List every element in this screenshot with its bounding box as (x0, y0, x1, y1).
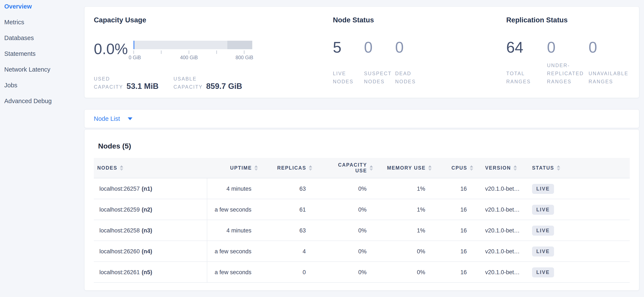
unavailable-ranges-value: 0 (588, 39, 628, 55)
uptime-cell: a few seconds (207, 269, 260, 276)
col-header-replicas-label: REPLICAS (277, 165, 306, 171)
sidebar-item-jobs[interactable]: Jobs (0, 77, 84, 93)
sort-icon (514, 165, 517, 171)
live-nodes-stat: 5 LIVE NODES (333, 39, 364, 86)
total-ranges-stat: 64 TOTAL RANGES (506, 39, 547, 86)
total-ranges-value: 64 (506, 39, 547, 55)
node-list-selector-card: Node List (84, 109, 639, 128)
col-header-memory-use[interactable]: MEMORY USE (375, 165, 433, 171)
node-address: localhost:26261 (99, 269, 140, 276)
capacity-use-cell: 0% (314, 186, 375, 192)
status-badge: LIVE (532, 247, 554, 257)
sort-icon (254, 165, 258, 171)
dead-nodes-value: 0 (395, 39, 416, 55)
version-cell: v20.1.0-bet… (475, 206, 528, 213)
sidebar-item-overview[interactable]: Overview (0, 0, 84, 14)
replicas-cell: 61 (260, 206, 314, 213)
replicas-cell: 0 (260, 269, 314, 276)
capacity-axis-ticks (134, 50, 244, 54)
capacity-gauge: 0.0% 0 GiB 400 GiB (94, 41, 333, 61)
capacity-bar-used-indicator (134, 41, 134, 49)
node-status-section: Node Status 5 LIVE NODES 0 SUSPECT NODES… (333, 6, 506, 98)
under-replicated-ranges-value: 0 (547, 39, 588, 55)
table-row[interactable]: localhost:26259(n2) a few seconds 61 0% … (94, 199, 630, 220)
col-header-capacity-use[interactable]: CAPACITY USE (314, 162, 375, 174)
col-header-replicas[interactable]: REPLICAS (260, 165, 314, 171)
table-row[interactable]: localhost:26260(n4) a few seconds 4 0% 0… (94, 241, 630, 262)
memory-use-cell: 1% (375, 206, 433, 213)
sidebar-item-metrics[interactable]: Metrics (0, 14, 84, 30)
node-id: (n5) (142, 269, 152, 276)
replicas-cell: 4 (260, 248, 314, 255)
col-header-cpus-label: CPUS (452, 165, 467, 171)
capacity-usage-title: Capacity Usage (94, 16, 333, 24)
nodes-table-header: NODES UPTIME REPLICAS CAPACITY USE MEMOR… (94, 158, 630, 178)
status-badge: LIVE (532, 205, 554, 215)
memory-use-cell: 1% (375, 186, 433, 192)
version-cell: v20.1.0-bet… (475, 186, 528, 192)
capacity-usage-section: Capacity Usage 0.0% (94, 6, 333, 98)
node-list-dropdown-label: Node List (94, 115, 120, 122)
node-address: localhost:26259 (99, 206, 140, 213)
table-row[interactable]: localhost:26261(n5) a few seconds 0 0% 0… (94, 262, 630, 283)
table-row[interactable]: localhost:26258(n3) 4 minutes 63 0% 1% 1… (94, 220, 630, 241)
replication-status-title: Replication Status (506, 16, 639, 24)
sort-icon (120, 165, 123, 171)
node-address: localhost:26257 (99, 186, 140, 192)
status-badge: LIVE (532, 226, 554, 236)
total-ranges-label: TOTAL RANGES (506, 69, 547, 86)
version-cell: v20.1.0-bet… (475, 227, 528, 234)
used-capacity-stat: USED CAPACITY 53.1 MiB (94, 75, 158, 91)
col-header-version[interactable]: VERSION (475, 165, 528, 171)
sidebar-item-network-latency[interactable]: Network Latency (0, 61, 84, 77)
node-status-stats: 5 LIVE NODES 0 SUSPECT NODES 0 DEAD NODE… (333, 39, 506, 86)
under-replicated-ranges-stat: 0 UNDER- REPLICATED RANGES (547, 39, 588, 86)
sidebar: Overview Metrics Databases Statements Ne… (0, 0, 84, 109)
version-cell: v20.1.0-bet… (475, 269, 528, 276)
col-header-uptime[interactable]: UPTIME (207, 165, 260, 171)
chevron-down-icon (128, 117, 132, 120)
suspect-nodes-value: 0 (364, 39, 395, 55)
sidebar-item-statements[interactable]: Statements (0, 46, 84, 61)
sidebar-item-databases[interactable]: Databases (0, 30, 84, 46)
node-id: (n2) (142, 206, 152, 213)
dead-nodes-label: DEAD NODES (395, 69, 416, 86)
sort-icon (470, 165, 473, 171)
table-row[interactable]: localhost:26257(n1) 4 minutes 63 0% 1% 1… (94, 178, 630, 199)
live-nodes-value: 5 (333, 39, 364, 55)
node-id: (n1) (142, 186, 152, 192)
uptime-cell: 4 minutes (207, 186, 260, 192)
col-header-capacity-use-label: CAPACITY USE (338, 162, 367, 174)
col-header-status[interactable]: STATUS (528, 165, 630, 171)
memory-use-cell: 1% (375, 227, 433, 234)
node-status-title: Node Status (333, 16, 506, 24)
nodes-table-card: Nodes (5) NODES UPTIME REPLICAS CAPACITY… (84, 129, 639, 291)
replication-stats: 64 TOTAL RANGES 0 UNDER- REPLICATED RANG… (506, 39, 639, 86)
sort-icon (428, 165, 432, 171)
memory-use-cell: 0% (375, 269, 433, 276)
col-header-memory-use-label: MEMORY USE (387, 165, 426, 171)
node-address: localhost:26258 (99, 227, 140, 234)
axis-label-0: 0 GiB (128, 55, 141, 60)
main-content: Capacity Usage 0.0% (84, 0, 639, 291)
replicas-cell: 63 (260, 227, 314, 234)
col-header-status-label: STATUS (532, 165, 554, 171)
unavailable-ranges-label: UNAVAILABLE RANGES (588, 69, 628, 86)
cpus-cell: 16 (433, 269, 475, 276)
axis-label-400: 400 GiB (180, 55, 198, 60)
version-cell: v20.1.0-bet… (475, 248, 528, 255)
replication-status-section: Replication Status 64 TOTAL RANGES 0 UND… (506, 6, 639, 98)
sort-icon (309, 165, 312, 171)
capacity-used-percent: 0.0% (94, 41, 134, 57)
axis-label-800: 800 GiB (236, 55, 253, 60)
node-list-dropdown[interactable]: Node List (94, 115, 132, 122)
col-header-nodes[interactable]: NODES (94, 165, 207, 171)
cpus-cell: 16 (433, 186, 475, 192)
sidebar-item-advanced-debug[interactable]: Advanced Debug (0, 93, 84, 109)
cpus-cell: 16 (433, 227, 475, 234)
capacity-axis-labels: 0 GiB 400 GiB 800 GiB (134, 55, 244, 61)
capacity-use-cell: 0% (314, 269, 375, 276)
col-header-cpus[interactable]: CPUS (433, 165, 475, 171)
uptime-cell: 4 minutes (207, 227, 260, 234)
nodes-table-title: Nodes (5) (98, 142, 639, 150)
